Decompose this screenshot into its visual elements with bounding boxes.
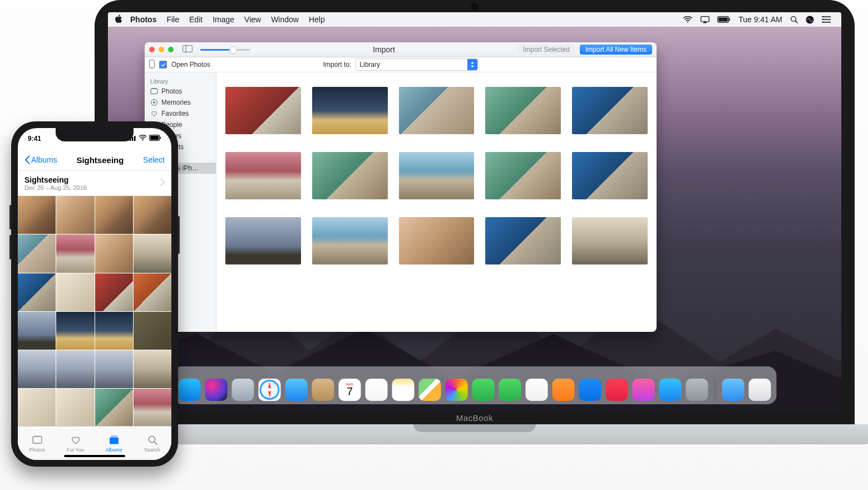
photo-cell[interactable] bbox=[134, 389, 171, 426]
siri-icon[interactable] bbox=[806, 16, 814, 24]
dock-trash[interactable] bbox=[749, 379, 771, 401]
menu-image[interactable]: Image bbox=[213, 15, 234, 24]
iphone-photo-grid[interactable] bbox=[18, 196, 171, 426]
dock-mail[interactable] bbox=[285, 379, 308, 401]
import-thumbnail-area[interactable] bbox=[216, 72, 657, 332]
nav-select-button[interactable]: Select bbox=[143, 155, 165, 164]
dock-news[interactable] bbox=[606, 379, 628, 401]
notification-center-icon[interactable] bbox=[822, 16, 831, 23]
photo-cell[interactable] bbox=[18, 312, 56, 350]
import-thumbnail[interactable] bbox=[399, 217, 475, 264]
menu-help[interactable]: Help bbox=[309, 15, 325, 24]
battery-icon[interactable] bbox=[717, 16, 731, 23]
dock-numbers[interactable] bbox=[526, 379, 548, 401]
menu-edit[interactable]: Edit bbox=[189, 15, 203, 24]
dock-pages[interactable] bbox=[553, 379, 575, 401]
dock-reminders[interactable] bbox=[366, 379, 388, 401]
photo-cell[interactable] bbox=[134, 350, 171, 388]
photo-cell[interactable] bbox=[134, 234, 171, 272]
photo-cell[interactable] bbox=[56, 273, 94, 311]
sidebar-toggle-icon[interactable] bbox=[183, 45, 193, 55]
import-thumbnail[interactable] bbox=[225, 217, 301, 264]
photo-cell[interactable] bbox=[56, 234, 94, 272]
traffic-lights[interactable] bbox=[149, 47, 174, 52]
photo-cell[interactable] bbox=[95, 196, 133, 234]
import-thumbnail[interactable] bbox=[312, 217, 388, 264]
photo-cell[interactable] bbox=[134, 312, 171, 350]
menu-view[interactable]: View bbox=[244, 15, 261, 24]
photo-cell[interactable] bbox=[95, 234, 133, 272]
airplay-icon[interactable] bbox=[701, 16, 709, 23]
import-thumbnail[interactable] bbox=[312, 87, 388, 134]
thumbnail-size-slider[interactable] bbox=[200, 47, 250, 52]
photo-cell[interactable] bbox=[56, 312, 94, 350]
photo-cell[interactable] bbox=[18, 273, 56, 311]
import-thumbnail[interactable] bbox=[485, 87, 561, 134]
dock-contacts[interactable] bbox=[312, 379, 334, 401]
dock-finder[interactable] bbox=[179, 379, 201, 401]
menu-app-name[interactable]: Photos bbox=[130, 15, 156, 24]
apple-menu-icon[interactable] bbox=[115, 14, 122, 25]
window-titlebar[interactable]: Import Import Selected Import All New It… bbox=[145, 42, 657, 57]
sidebar-item-favorites[interactable]: Favorites bbox=[145, 108, 216, 119]
dock-itunes[interactable] bbox=[633, 379, 655, 401]
minimize-button[interactable] bbox=[159, 47, 164, 52]
photo-cell[interactable] bbox=[18, 234, 56, 272]
home-indicator[interactable] bbox=[64, 455, 125, 457]
zoom-button[interactable] bbox=[168, 47, 174, 52]
import-thumbnail[interactable] bbox=[399, 152, 475, 199]
import-thumbnail[interactable] bbox=[225, 87, 301, 134]
sidebar-section-library: Library bbox=[145, 76, 216, 86]
sidebar-item-memories[interactable]: Memories bbox=[145, 97, 216, 108]
import-thumbnail[interactable] bbox=[572, 152, 648, 199]
photo-cell[interactable] bbox=[95, 350, 133, 388]
nav-back-button[interactable]: Albums bbox=[24, 155, 57, 164]
import-thumbnail[interactable] bbox=[485, 217, 561, 264]
import-all-button[interactable]: Import All New Items bbox=[580, 45, 652, 55]
photo-cell[interactable] bbox=[95, 312, 133, 350]
spotlight-icon[interactable] bbox=[790, 16, 798, 23]
dock-safari[interactable] bbox=[259, 379, 281, 401]
sidebar-item-photos[interactable]: Photos bbox=[145, 86, 216, 97]
dock-facetime[interactable] bbox=[499, 379, 521, 401]
tab-search[interactable]: Search bbox=[133, 427, 171, 460]
dock-downloads[interactable] bbox=[722, 379, 744, 401]
photo-cell[interactable] bbox=[56, 196, 94, 234]
macbook-screen: Photos File Edit Image View Window Help … bbox=[108, 12, 841, 412]
dock-messages[interactable] bbox=[472, 379, 495, 401]
dock-maps[interactable] bbox=[419, 379, 441, 401]
wifi-icon[interactable] bbox=[683, 16, 693, 23]
import-thumbnail[interactable] bbox=[399, 87, 475, 134]
menubar-clock[interactable]: Tue 9:41 AM bbox=[738, 15, 782, 24]
import-thumbnail[interactable] bbox=[572, 87, 648, 134]
dock-notes[interactable] bbox=[392, 379, 415, 401]
import-thumbnail[interactable] bbox=[225, 152, 301, 199]
import-to-select[interactable]: Library bbox=[356, 58, 478, 71]
dock-launchpad[interactable] bbox=[232, 379, 254, 401]
photo-cell[interactable] bbox=[56, 389, 94, 426]
photo-cell[interactable] bbox=[56, 350, 94, 388]
import-thumbnail[interactable] bbox=[485, 152, 561, 199]
import-selected-button[interactable]: Import Selected bbox=[517, 45, 575, 55]
close-button[interactable] bbox=[149, 47, 155, 52]
photo-cell[interactable] bbox=[18, 350, 56, 388]
import-thumbnail[interactable] bbox=[572, 217, 648, 264]
menu-window[interactable]: Window bbox=[271, 15, 299, 24]
open-photos-checkbox[interactable] bbox=[159, 61, 167, 68]
dock-calendar[interactable]: AUG7 bbox=[339, 379, 361, 401]
album-header[interactable]: Sightseeing Dec 26 – Aug 25, 2016 bbox=[18, 171, 171, 196]
dock-photos[interactable] bbox=[446, 379, 468, 401]
import-thumbnail[interactable] bbox=[312, 152, 388, 199]
photo-cell[interactable] bbox=[18, 389, 56, 426]
tab-photos[interactable]: Photos bbox=[18, 427, 56, 460]
photo-cell[interactable] bbox=[134, 196, 171, 234]
menu-file[interactable]: File bbox=[166, 15, 179, 24]
photo-cell[interactable] bbox=[134, 273, 171, 311]
dock-appstore[interactable] bbox=[659, 379, 682, 401]
dock-preferences[interactable] bbox=[686, 379, 708, 401]
photo-cell[interactable] bbox=[95, 273, 133, 311]
dock-siri[interactable] bbox=[205, 379, 228, 401]
dock-keynote[interactable] bbox=[579, 379, 601, 401]
photo-cell[interactable] bbox=[18, 196, 56, 234]
photo-cell[interactable] bbox=[95, 389, 133, 426]
